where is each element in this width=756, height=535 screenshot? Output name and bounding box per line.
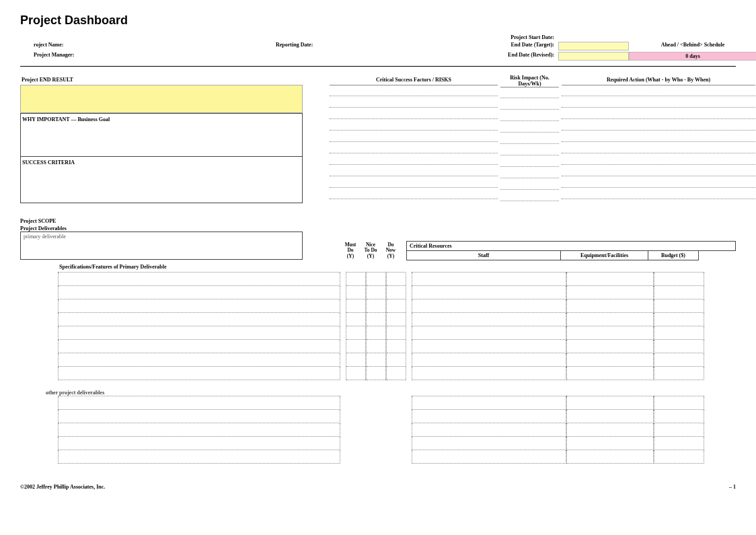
copyright: ©2002 Jeffrey Phillip Associates, Inc.: [20, 484, 105, 490]
required-action-rows[interactable]: [562, 85, 755, 199]
schedule-value: 0 days: [629, 52, 756, 61]
end-result-input[interactable]: [20, 85, 303, 113]
required-action-label: Required Action (What - by Who - By When…: [562, 75, 755, 85]
end-result-label: Project END RESULT: [20, 75, 303, 85]
staff-table[interactable]: [412, 272, 566, 380]
page-title: Project Dashboard: [20, 13, 736, 28]
other-table[interactable]: [58, 396, 340, 464]
end-target-input[interactable]: [558, 42, 629, 50]
csf-rows[interactable]: [330, 85, 498, 199]
scope-label: Project SCOPE: [20, 218, 736, 224]
start-date-label: Project Start Date:: [444, 34, 558, 40]
end-target-label: End Date (Target):: [444, 42, 558, 50]
csf-label: Critical Success Factors / RISKS: [330, 75, 498, 85]
why-important-label: WHY IMPORTANT — Business Goal: [21, 113, 302, 156]
success-criteria-label: SUCCESS CRITERIA: [21, 156, 302, 203]
project-name-label: roject Name:: [20, 42, 276, 50]
do-now-col[interactable]: [386, 272, 406, 380]
must-do-head: MustDo(Y): [340, 241, 361, 260]
staff-head: Staff: [406, 251, 561, 260]
other-equip-table[interactable]: [566, 396, 654, 464]
risk-impact-rows[interactable]: [500, 87, 559, 201]
project-manager-label: Project Manager:: [20, 52, 276, 61]
equipment-table[interactable]: [566, 272, 654, 380]
nice-col[interactable]: [366, 272, 386, 380]
end-revised-label: End Date (Revised):: [444, 52, 558, 61]
schedule-label: Ahead / <Behind> Schedule: [629, 42, 756, 50]
other-staff-table[interactable]: [412, 396, 566, 464]
critical-resources-label: Critical Resources: [406, 241, 736, 251]
equipment-head: Equipment/Facilities: [561, 251, 648, 260]
risk-impact-label: Risk Impact (No. Days/Wk): [498, 75, 562, 87]
reporting-date-label: Reporting Date:: [276, 42, 444, 50]
primary-deliverable-input[interactable]: primary deliverable: [20, 231, 303, 260]
nice-to-do-head: NiceTo Do(Y): [361, 241, 381, 260]
spec-table[interactable]: [58, 272, 340, 380]
header-block: Project Start Date: roject Name: Reporti…: [20, 34, 736, 61]
divider: [20, 66, 736, 67]
must-do-col[interactable]: [346, 272, 366, 380]
spec-label: Specifications/Features of Primary Deliv…: [58, 262, 340, 272]
budget-table[interactable]: [654, 272, 704, 380]
deliverables-label: Project Deliverables: [20, 225, 736, 231]
page-number: – 1: [729, 484, 736, 490]
other-deliverables-label: other project deliverables: [46, 390, 736, 396]
budget-head: Budget ($): [648, 251, 699, 260]
end-revised-input[interactable]: [558, 52, 629, 61]
upper-section: Project END RESULT WHY IMPORTANT — Busin…: [20, 75, 736, 203]
other-budget-table[interactable]: [654, 396, 704, 464]
do-now-head: DoNow(Y): [381, 241, 401, 260]
